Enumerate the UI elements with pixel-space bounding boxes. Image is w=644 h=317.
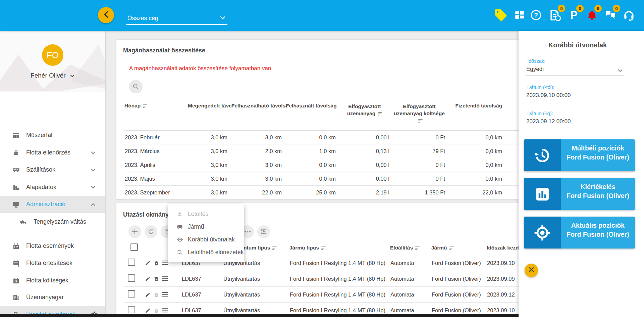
table-row[interactable]: LDL637 Útnyilvántartás Ford Fusion I Res…: [124, 271, 540, 287]
company-select[interactable]: Összes cég: [126, 11, 227, 25]
help-icon[interactable]: ?: [529, 8, 543, 22]
sort-icon[interactable]: [449, 246, 454, 251]
private-usage-notice: A magánhasználati adatok összesítése fol…: [129, 65, 273, 72]
delete-icon-disabled: [154, 292, 159, 298]
menu-item-vehicle[interactable]: Jármű: [168, 220, 244, 233]
chevron-down-icon: [91, 167, 96, 173]
date-to-field: Dátum (-ig): 2023.09.12 00:00: [526, 111, 624, 128]
col-fizetendo[interactable]: Fizetendő távolság: [449, 101, 506, 131]
row-checkbox[interactable]: [128, 306, 135, 313]
sidebar-item-fleet-costs[interactable]: $ Flotta költségek: [0, 272, 105, 289]
user-menu[interactable]: Fehér Olivér: [0, 72, 105, 79]
apps-grid-icon[interactable]: [513, 8, 526, 22]
table-row[interactable]: 2023. Február3,0 km3,0 km0,0 km0,00 l0 F…: [124, 131, 526, 144]
sidebar-item-shipments[interactable]: Szállítások: [0, 161, 105, 178]
col-jarmu[interactable]: Jármű: [431, 241, 487, 255]
alerts-badge: 6: [594, 5, 602, 12]
row-menu-icon[interactable]: [162, 292, 168, 297]
table-row[interactable]: 2023. Március3,0 km2,0 km1,0 km0,13 l79 …: [124, 144, 526, 158]
sort-icon[interactable]: [321, 246, 326, 251]
menu-item-previous-routes[interactable]: Korábbi útvonalak: [168, 233, 244, 246]
sidebar: FO Fehér Olivér Műszerfal Flotta ellenőr…: [0, 31, 105, 317]
calendar-icon: [12, 242, 20, 250]
delete-icon-disabled: [154, 308, 159, 313]
target-icon: [176, 236, 184, 243]
sort-icon[interactable]: [415, 246, 420, 251]
add-button[interactable]: [128, 225, 141, 238]
refresh-button[interactable]: [145, 225, 157, 238]
col-jarmu-tipus[interactable]: Jármű típus: [289, 241, 390, 255]
period-field: Időszak: Egyedi: [526, 58, 624, 76]
search-button[interactable]: [129, 80, 143, 93]
date-to-input[interactable]: 2023.09.12 00:00: [526, 116, 624, 128]
history-icon: [524, 139, 561, 171]
table-row[interactable]: 2023. Május3,0 km3,0 km0,0 km0,00 l0 Ft0…: [124, 172, 526, 186]
bottom-bar: [0, 314, 519, 317]
row-checkbox[interactable]: [128, 290, 135, 298]
col-felhasznalt[interactable]: Felhasznált távolság: [286, 101, 340, 131]
calendar-alert-icon: [12, 259, 20, 267]
menu-item-download: Letöltés: [168, 208, 244, 220]
sort-icon[interactable]: [272, 246, 277, 251]
row-menu-icon[interactable]: [162, 276, 168, 281]
select-all-checkbox[interactable]: [130, 243, 138, 251]
row-menu-icon[interactable]: [162, 308, 168, 313]
period-select[interactable]: Egyedi: [526, 64, 624, 76]
chevron-down-icon: [91, 150, 96, 156]
sidebar-item-fleet-notifications[interactable]: Flotta értesítések: [0, 255, 105, 272]
messages-badge: 0: [613, 5, 620, 12]
col-uzemanyag-koltsege[interactable]: Elfogyasztott üzemanyag költsége: [393, 101, 449, 131]
col-eloallitas[interactable]: Előállítás: [390, 241, 431, 255]
close-icon: [528, 267, 534, 274]
col-felhasznalhato[interactable]: Felhasználható távolság: [231, 101, 286, 131]
context-menu: Letöltés Jármű Korábbi útvonalak Letölth…: [168, 204, 244, 262]
evaluation-button[interactable]: Kiértékelés Ford Fusion (Oliver): [524, 178, 635, 210]
table-row[interactable]: 2023. Április3,0 km3,0 km0,0 km0,00 l0 F…: [124, 158, 526, 172]
close-drawer-button[interactable]: [525, 264, 538, 277]
row-checkbox[interactable]: [128, 274, 135, 282]
past-positions-button[interactable]: Múltbéli pozíciók Ford Fusion (Oliver): [524, 139, 635, 171]
svg-text:?: ?: [534, 11, 538, 19]
delete-icon[interactable]: [154, 260, 159, 266]
gps-target-icon: [524, 217, 561, 248]
col-megengedett[interactable]: Megengedett távolság: [188, 101, 231, 131]
back-button[interactable]: [98, 7, 114, 23]
delete-icon[interactable]: [154, 276, 159, 282]
sidebar-item-fuel-price[interactable]: F Üzemanyagár: [0, 289, 105, 306]
avatar[interactable]: FO: [42, 44, 63, 66]
table-row[interactable]: 2023. Szeptember3,0 km-22,0 km25,0 km2,1…: [124, 186, 526, 199]
sidebar-item-dashboard[interactable]: Műszerfal: [0, 127, 105, 144]
edit-icon[interactable]: [145, 308, 151, 313]
col-elfogyasztott-uzemanyag[interactable]: Elfogyasztott üzemanyag: [340, 101, 393, 131]
table-header-row: Hónap Megengedett távolság Felhasználhat…: [124, 101, 526, 131]
sort-icon[interactable]: [418, 119, 423, 123]
tag-icon[interactable]: [493, 7, 508, 23]
row-checkbox[interactable]: [128, 259, 135, 266]
row-menu-icon[interactable]: [162, 261, 168, 265]
table-row[interactable]: LDL637 Útnyilvántartás Ford Fusion I Res…: [124, 287, 540, 303]
private-usage-title: Magánhasználat összesítése: [123, 47, 205, 54]
sidebar-item-fleet-events[interactable]: Flotta események: [0, 237, 105, 255]
edit-icon[interactable]: [145, 276, 151, 282]
reports-badge: 0: [558, 5, 565, 12]
chevron-up-icon: [91, 201, 96, 208]
sidebar-item-administration[interactable]: Adminisztráció: [0, 196, 105, 213]
menu-item-downloadable-previews[interactable]: Letölthető előnézetek: [168, 246, 244, 259]
sidebar-item-fleet-check[interactable]: Flotta ellenőrzés: [0, 144, 105, 161]
sidebar-item-base-data[interactable]: Alapadatok: [0, 179, 105, 196]
bus-icon: [12, 166, 20, 174]
date-from-input[interactable]: 2023.09.10 00:00: [526, 90, 624, 102]
svg-text:$: $: [15, 279, 17, 283]
profile-header: FO Fehér Olivér: [0, 31, 105, 91]
sort-icon[interactable]: [143, 104, 147, 108]
sidebar-item-axle-change[interactable]: Tengelyszám váltás: [0, 213, 105, 230]
button-line2: Ford Fusion (Oliver): [561, 153, 635, 162]
sort-icon[interactable]: [378, 111, 382, 116]
export-button[interactable]: [257, 225, 270, 238]
button-line2: Ford Fusion (Oliver): [561, 191, 635, 200]
edit-icon[interactable]: [145, 292, 151, 298]
edit-icon[interactable]: [145, 260, 151, 266]
current-positions-button[interactable]: Aktuális pozíciók Ford Fusion (Oliver): [524, 217, 635, 248]
headset-icon[interactable]: [622, 8, 636, 22]
col-honap[interactable]: Hónap: [124, 101, 188, 131]
